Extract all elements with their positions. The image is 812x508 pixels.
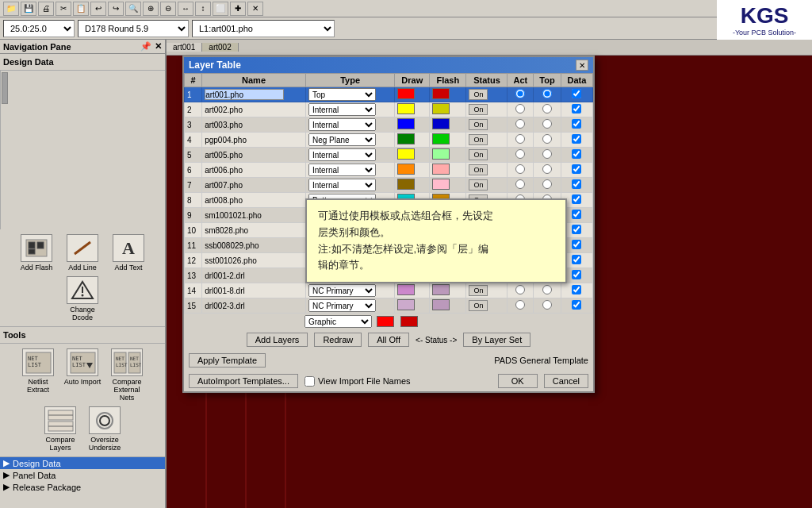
top-radio[interactable] [542,285,552,294]
row-status[interactable]: On [466,117,508,133]
row-draw-color[interactable] [395,283,430,298]
data-checkbox[interactable] [572,270,581,279]
row-status[interactable]: On [466,283,508,298]
view-import-checkbox[interactable] [304,376,315,387]
top-radio[interactable] [542,119,552,129]
tool-btn-13[interactable]: ⬜ [213,2,228,16]
tool-btn-9[interactable]: ⊕ [143,2,159,16]
row-flash-color[interactable] [430,133,466,148]
tool-btn-10[interactable]: ⊖ [160,2,176,16]
row-type-select[interactable]: Neg Plane [308,133,376,146]
row-flash-color[interactable] [430,87,466,102]
tool-btn-15[interactable]: ✕ [247,2,263,16]
top-radio[interactable] [542,164,552,174]
row-flash-color[interactable] [430,117,466,133]
row-flash-color[interactable] [430,298,466,314]
row-status[interactable]: On [466,133,508,148]
row-status[interactable]: On [466,87,508,102]
data-checkbox[interactable] [572,179,581,189]
layer-select[interactable]: D178 Round 5.9 [78,20,189,37]
act-radio[interactable] [515,164,525,174]
pcb-tab-1[interactable]: art001 [167,43,202,52]
by-layer-set-btn[interactable]: By Layer Set [463,333,530,347]
row-data[interactable] [561,283,592,298]
top-radio[interactable] [542,89,552,98]
add-flash-tool[interactable]: Add Flash [17,234,56,271]
row-data[interactable] [561,298,592,314]
row-act[interactable] [508,163,534,178]
data-checkbox[interactable] [572,210,581,219]
status-btn[interactable]: On [469,104,488,115]
data-checkbox[interactable] [572,240,581,249]
row-type-select[interactable]: Top [308,88,376,101]
row-draw-color[interactable] [395,148,430,163]
data-checkbox[interactable] [572,255,581,264]
compare-layers-tool[interactable]: Compare Layers [40,406,80,452]
status-btn[interactable]: On [469,285,488,296]
row-top[interactable] [534,148,561,163]
coordinate-select[interactable]: 25.0:25.0 [3,20,75,37]
tree-item-release-package[interactable]: ▶ Release Package [0,481,165,493]
status-btn[interactable]: On [469,134,488,145]
row-type[interactable]: Neg Plane [305,133,394,148]
row-top[interactable] [534,178,561,193]
all-off-btn[interactable]: All Off [368,333,409,347]
row-act[interactable] [508,148,534,163]
row-status[interactable]: On [466,148,508,163]
act-radio[interactable] [515,179,525,189]
top-radio[interactable] [542,149,552,159]
compare-external-nets-tool[interactable]: NET LIST NET LIST Compare External Nets [107,348,147,402]
table-row[interactable]: 5art005.phoInternalOn [185,148,593,163]
row-status[interactable]: On [466,163,508,178]
row-name-input[interactable] [205,89,284,100]
row-act[interactable] [508,283,534,298]
row-act[interactable] [508,133,534,148]
table-row[interactable]: 1TopOn [185,87,593,102]
row-type[interactable]: NC Primary [305,283,394,298]
row-draw-color[interactable] [395,102,430,117]
apply-template-btn[interactable]: Apply Template [189,353,266,368]
table-row[interactable]: 15drl002-3.drlNC PrimaryOn [185,298,593,314]
tool-btn-6[interactable]: ↩ [90,2,106,16]
autoimport-btn[interactable]: AutoImport Templates... [189,374,298,388]
row-type-select[interactable]: NC Primary [308,299,376,312]
row-flash-color[interactable] [430,283,466,298]
top-radio[interactable] [542,134,552,144]
data-checkbox[interactable] [572,164,581,174]
tool-btn-12[interactable]: ↕ [195,2,211,16]
add-line-tool[interactable]: Add Line [63,234,102,271]
auto-import-tool[interactable]: NET LIST Auto Import [63,348,102,402]
status-btn[interactable]: On [469,300,488,311]
row-type[interactable]: Internal [305,163,394,178]
row-draw-color[interactable] [395,133,430,148]
act-radio[interactable] [515,89,525,98]
row-act[interactable] [508,178,534,193]
act-radio[interactable] [515,119,525,129]
nav-close-icon[interactable]: ✕ [155,41,162,52]
row-draw-color[interactable] [395,117,430,133]
layer-dialog-close[interactable]: ✕ [576,60,588,71]
status-btn[interactable]: On [469,119,488,130]
change-dcode-tool[interactable]: Change Dcode [63,276,102,321]
table-row[interactable]: 7art007.phoInternalOn [185,178,593,193]
row-type[interactable]: Top [305,87,394,102]
row-top[interactable] [534,283,561,298]
row-top[interactable] [534,117,561,133]
view-import-label[interactable]: View Import File Names [304,376,411,387]
row-type-select[interactable]: Internal [308,103,376,116]
netlist-extract-tool[interactable]: NET LIST Netlist Extract [18,348,58,402]
data-checkbox[interactable] [572,194,581,204]
tool-btn-8[interactable]: 🔍 [125,2,141,16]
row-flash-color[interactable] [430,148,466,163]
nav-pin-icon[interactable]: 📌 [140,41,151,52]
table-row[interactable]: 2art002.phoInternalOn [185,102,593,117]
data-checkbox[interactable] [572,300,581,310]
row-status[interactable]: On [466,298,508,314]
row-data[interactable] [561,102,592,117]
row-top[interactable] [534,87,561,102]
table-row[interactable]: 6art006.phoInternalOn [185,163,593,178]
row-data[interactable] [561,178,592,193]
tool-btn-14[interactable]: ✚ [230,2,246,16]
data-checkbox[interactable] [572,225,581,234]
row-status[interactable]: On [466,102,508,117]
